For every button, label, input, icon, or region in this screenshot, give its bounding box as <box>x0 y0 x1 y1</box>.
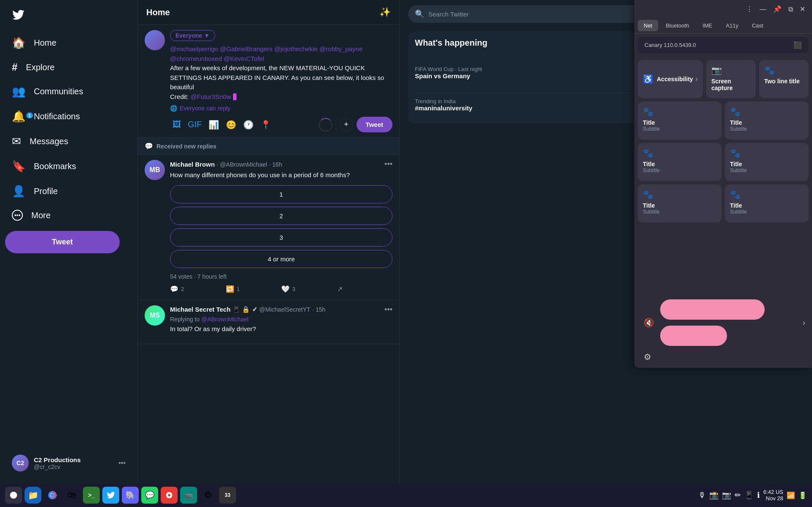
taskbar-mic-icon[interactable]: 🎙 <box>698 491 706 500</box>
taskbar-whatsapp[interactable]: 💬 <box>141 487 158 504</box>
qs-tile-5-title: Title <box>643 161 716 167</box>
qs-tile-two-line[interactable]: 🐾 Two line title <box>759 60 809 98</box>
taskbar-clock[interactable]: 6:42 US Nov 28 <box>763 489 783 502</box>
taskbar-store[interactable]: 🛍 <box>63 487 80 504</box>
qs-version-bar: Canary 110.0.5439.0 ⬛ <box>638 37 809 53</box>
reply-action[interactable]: 💬 2 <box>170 283 226 295</box>
sidebar-item-home[interactable]: 🏠 Home <box>5 31 132 55</box>
tweet-composer: Everyone ▼ @michaelperrigo @GabrielBrang… <box>138 25 399 138</box>
qs-tile-8-subtitle: Subtitle <box>730 209 804 215</box>
qs-tab-cast[interactable]: Cast <box>746 20 769 31</box>
poll-icon[interactable]: 📊 <box>206 117 222 132</box>
taskbar-phone-icon[interactable]: 📱 <box>744 491 754 500</box>
image-upload-icon[interactable]: 🖼 <box>170 117 184 132</box>
poll-option-2[interactable]: 2 <box>170 207 392 225</box>
qs-pin-icon[interactable]: 📌 <box>771 3 783 15</box>
sidebar-item-communities[interactable]: 👥 Communities <box>5 80 132 103</box>
tweet-actions-poll: 💬 2 🔁 1 🤍 3 ↗ <box>170 283 392 295</box>
qs-tile-4[interactable]: 🐾 Title Subtitle <box>725 101 809 140</box>
schedule-icon[interactable]: 🕐 <box>241 117 256 132</box>
taskbar-right: 🎙 📸 📷 ✏ 📱 ℹ 6:42 US Nov 28 📶 🔋 <box>698 489 807 502</box>
taskbar-settings[interactable]: ⚙ <box>200 487 217 504</box>
retweet-icon: 🔁 <box>226 285 234 293</box>
qs-expand-icon[interactable]: › <box>803 318 805 327</box>
share-action[interactable]: ↗ <box>337 283 393 295</box>
trend-meta-fifa: FIFA World Cup · Last night <box>415 66 482 72</box>
taskbar-screenshot-icon[interactable]: 📷 <box>722 491 731 500</box>
emoji-icon[interactable]: 😊 <box>223 117 239 132</box>
qs-tile-7[interactable]: 🐾 Title Subtitle <box>638 184 721 222</box>
reply-prompt-text[interactable]: Everyone can reply <box>180 105 230 112</box>
sidebar-item-more-label: More <box>31 211 51 220</box>
reply-to-label: Replying to @ABrownMichael <box>170 316 392 323</box>
taskbar-terminal[interactable]: >_ <box>83 487 100 504</box>
poll: 1 2 3 4 or more <box>170 185 392 268</box>
qs-grid-section: ♿ Accessibility › 📷 Screen capture 🐾 Two… <box>634 57 812 296</box>
qs-tile-5[interactable]: 🐾 Title Subtitle <box>638 143 721 181</box>
qs-mute-icon[interactable]: 🔇 <box>641 315 657 330</box>
qs-tab-net[interactable]: Net <box>638 20 658 31</box>
sidebar-item-notifications[interactable]: 🔔 1 Notifications <box>5 105 132 128</box>
sidebar-item-bookmarks[interactable]: 🔖 Bookmarks <box>5 155 132 178</box>
add-tweet-button[interactable]: + <box>340 118 353 132</box>
qs-pink-bar-wide[interactable] <box>660 299 765 320</box>
sparkle-icon[interactable]: ✨ <box>379 7 391 18</box>
qs-pink-bar-small[interactable] <box>660 326 727 346</box>
tweet-button[interactable]: Tweet <box>5 231 120 253</box>
sidebar-item-profile[interactable]: 👤 Profile <box>5 180 132 203</box>
qs-grid-row4: 🐾 Title Subtitle 🐾 Title Subtitle <box>634 184 812 226</box>
qs-minimize-icon[interactable]: — <box>758 4 768 15</box>
taskbar-mastodon[interactable]: 🐘 <box>122 487 139 504</box>
taskbar: 📁 🛍 >_ 🐘 💬 <box>0 483 812 507</box>
qs-restore-icon[interactable]: ⧉ <box>787 4 795 15</box>
reply-notification[interactable]: 💬 Received new replies <box>138 138 399 155</box>
poll-option-3[interactable]: 3 <box>170 228 392 247</box>
qs-tab-a11y[interactable]: A11y <box>720 20 744 31</box>
qs-tab-ime[interactable]: IME <box>697 20 718 31</box>
qs-tile-6[interactable]: 🐾 Title Subtitle <box>725 143 809 181</box>
location-icon[interactable]: 📍 <box>258 117 274 132</box>
tweet-more-secret[interactable]: ••• <box>384 305 392 314</box>
taskbar-red-app[interactable] <box>161 487 178 504</box>
launcher-icon[interactable] <box>5 487 22 504</box>
sidebar-item-explore[interactable]: # Explore <box>5 56 132 78</box>
poll-option-4[interactable]: 4 or more <box>170 250 392 268</box>
tweet-more-michael[interactable]: ••• <box>384 160 392 169</box>
sidebar-item-more[interactable]: ••• More <box>5 205 132 226</box>
taskbar-pencil-icon[interactable]: ✏ <box>735 491 741 500</box>
qs-tile-3[interactable]: 🐾 Title Subtitle <box>638 101 721 140</box>
sidebar-item-explore-label: Explore <box>26 63 55 72</box>
retweet-action[interactable]: 🔁 1 <box>226 283 282 295</box>
table-row[interactable]: MB Michael Brown · @ABrownMichael · 16h … <box>138 155 399 300</box>
qs-tile-screen-capture[interactable]: 📷 Screen capture <box>706 60 756 98</box>
qs-tab-bluetooth[interactable]: Bluetooth <box>660 20 695 31</box>
taskbar-camera-icon[interactable]: 📸 <box>709 491 719 500</box>
qs-menu-icon[interactable]: ⋮ <box>744 3 754 15</box>
twitter-logo[interactable] <box>5 3 132 28</box>
audience-button[interactable]: Everyone ▼ <box>170 30 215 41</box>
like-action[interactable]: 🤍 3 <box>281 283 337 295</box>
composer-text[interactable]: @michaelperrigo @GabrielBrangers @jojoth… <box>170 44 392 101</box>
sidebar-item-messages[interactable]: ✉ Messages <box>5 130 132 153</box>
qs-tile-5-subtitle: Subtitle <box>643 167 716 173</box>
qs-tile-accessibility[interactable]: ♿ Accessibility › <box>638 60 703 98</box>
qs-tile-6-subtitle: Subtitle <box>730 167 804 173</box>
taskbar-meet[interactable]: 📹 <box>180 487 197 504</box>
qs-close-icon[interactable]: ✕ <box>798 3 807 15</box>
tweet-text-poll: How many different phones do you use in … <box>170 170 392 180</box>
table-row[interactable]: MS Michael Secret Tech 📱 🔒 ✓ @MichaelSec… <box>138 300 399 345</box>
composer-tools: + Tweet <box>319 117 392 132</box>
poll-option-1[interactable]: 1 <box>170 185 392 203</box>
taskbar-numbers[interactable]: 33 <box>219 487 236 504</box>
taskbar-info-icon[interactable]: ℹ <box>757 491 760 500</box>
taskbar-files[interactable]: 📁 <box>25 487 41 504</box>
submit-tweet-button[interactable]: Tweet <box>357 117 392 132</box>
qs-settings-icon[interactable]: ⚙ <box>641 349 654 364</box>
taskbar-chrome[interactable] <box>44 487 61 504</box>
qs-screen-icon[interactable]: ⬛ <box>793 41 802 49</box>
taskbar-twitter[interactable] <box>102 487 119 504</box>
tile7-icon: 🐾 <box>643 189 716 200</box>
user-profile[interactable]: C2 C2 Productions @cr_c2cv ••• <box>5 449 132 477</box>
qs-tile-8[interactable]: 🐾 Title Subtitle <box>725 184 809 222</box>
gif-icon[interactable]: GIF <box>185 117 204 132</box>
